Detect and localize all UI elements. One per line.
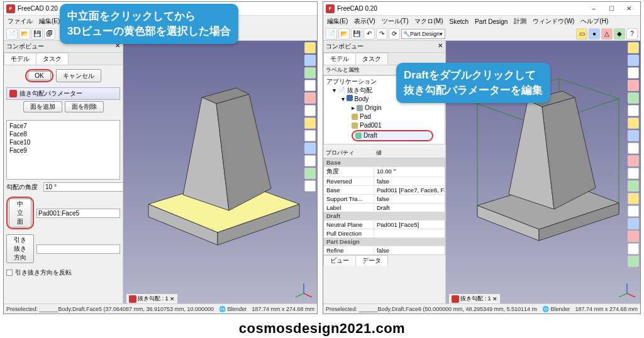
tbtn-cone-icon[interactable]: △: [601, 28, 613, 40]
prop-val[interactable]: Pad001 [Face7, Face8, Face10...: [374, 186, 445, 194]
face-item[interactable]: Face10: [9, 138, 117, 146]
face-list[interactable]: Face7 Face8 Face10 Face9: [6, 120, 120, 180]
tbtn-sphere-icon[interactable]: ●: [589, 28, 600, 40]
viewport-tab[interactable]: 抜き勾配 : 1 ✕: [126, 294, 177, 303]
vp-tbtn-icon[interactable]: [628, 42, 639, 53]
viewport-left[interactable]: [123, 41, 317, 303]
vp-tbtn-icon[interactable]: [304, 80, 316, 91]
tab-model[interactable]: モデル: [4, 53, 36, 65]
vp-tbtn-icon[interactable]: [628, 155, 639, 166]
tbtn-box-icon[interactable]: ▭: [576, 28, 587, 40]
menu-measure[interactable]: 計測: [514, 17, 526, 26]
face-item[interactable]: Face7: [9, 122, 117, 130]
menu-help[interactable]: ヘルプ(H): [580, 17, 608, 26]
face-item[interactable]: Face9: [9, 146, 117, 155]
vp-tbtn-icon[interactable]: [628, 55, 639, 66]
tbtn-new-icon[interactable]: 📄: [6, 28, 18, 40]
vp-tbtn-icon[interactable]: [304, 130, 316, 141]
vp-tbtn-icon[interactable]: [628, 105, 639, 116]
cancel-button[interactable]: キャンセル: [56, 69, 101, 82]
vp-tbtn-icon[interactable]: [304, 155, 316, 166]
tbtn-save-icon[interactable]: 💾: [351, 28, 362, 40]
vp-tbtn-icon[interactable]: [628, 117, 639, 129]
window-close-button[interactable]: ✕: [620, 3, 638, 14]
tbtn-save-icon[interactable]: 💾: [31, 28, 43, 40]
tab-model[interactable]: モデル: [323, 53, 356, 65]
tbtn-open-icon[interactable]: 📂: [338, 28, 350, 40]
face-item[interactable]: Face8: [9, 130, 117, 138]
vp-tbtn-icon[interactable]: [628, 92, 639, 104]
vp-tbtn-icon[interactable]: [628, 143, 639, 154]
vp-tbtn-icon[interactable]: [304, 180, 316, 192]
vp-tbtn-icon[interactable]: [304, 42, 316, 53]
menu-edit[interactable]: 編集(E): [39, 17, 60, 26]
tree-pad[interactable]: Pad: [326, 112, 442, 121]
add-face-button[interactable]: 面を追加: [23, 101, 62, 112]
tbtn-redo-icon[interactable]: ↷: [376, 28, 387, 40]
vp-tbtn-icon[interactable]: [304, 117, 316, 129]
menubar-right[interactable]: 編集(E) 表示(V) ツール(T) マクロ(M) Sketch Part De…: [323, 16, 640, 27]
prop-val[interactable]: Pad001 [Face5]: [374, 221, 445, 229]
pulldir-input[interactable]: [36, 244, 120, 254]
tbtn-help-icon[interactable]: ?: [626, 28, 638, 40]
vp-tbtn-icon[interactable]: [628, 193, 639, 204]
window-max-button[interactable]: ☐: [602, 3, 620, 14]
vp-tbtn-icon[interactable]: [304, 67, 316, 79]
neutral-button[interactable]: 中立面: [9, 199, 31, 227]
tab-view[interactable]: ビュー: [323, 255, 356, 266]
tree-origin[interactable]: ▸ Origin: [326, 104, 442, 112]
vp-tbtn-icon[interactable]: [304, 55, 316, 66]
menu-macro[interactable]: マクロ(M): [414, 17, 443, 26]
tab-data[interactable]: データ: [355, 255, 388, 266]
tree-draft-highlight[interactable]: Draft: [352, 130, 433, 141]
vp-tbtn-icon[interactable]: [304, 143, 316, 154]
prop-val[interactable]: false: [374, 177, 445, 185]
neutral-input[interactable]: [36, 209, 120, 218]
vp-tbtn-icon[interactable]: [304, 168, 316, 179]
vp-tbtn-icon[interactable]: [304, 92, 316, 104]
vp-tbtn-icon[interactable]: [628, 130, 639, 141]
vp-tbtn-icon[interactable]: [628, 256, 639, 267]
angle-input[interactable]: [43, 182, 123, 192]
tbtn-new-icon[interactable]: 📄: [326, 28, 337, 40]
status-navstyle[interactable]: 🌐 Blender: [542, 306, 570, 312]
window-min-button[interactable]: –: [585, 3, 602, 14]
menu-view[interactable]: 表示(V): [354, 17, 375, 26]
prop-val[interactable]: Draft: [374, 204, 445, 212]
vp-tbtn-icon[interactable]: [628, 80, 639, 91]
workbench-select[interactable]: 🔧 Part Design ▾: [401, 29, 445, 39]
property-table[interactable]: Base 角度10.00 ° Reversedfalse BasePad001 …: [323, 158, 445, 255]
vp-tbtn-icon[interactable]: [304, 105, 316, 116]
prop-val[interactable]: [374, 229, 445, 237]
vp-tbtn-icon[interactable]: [628, 231, 639, 242]
vp-tbtn-icon[interactable]: [628, 218, 639, 229]
tab-task[interactable]: タスク: [36, 53, 69, 65]
tab-close-icon[interactable]: ✕: [170, 296, 175, 302]
menu-edit[interactable]: 編集(E): [327, 17, 348, 26]
remove-face-button[interactable]: 面を削除: [65, 101, 104, 112]
dock-close-icon[interactable]: ✕: [438, 42, 443, 51]
prop-val[interactable]: false: [374, 246, 445, 254]
prop-val[interactable]: false: [374, 195, 445, 203]
pulldir-button[interactable]: 引き抜き方向: [6, 234, 34, 263]
tbtn-refresh-icon[interactable]: ⟳: [389, 28, 400, 40]
menu-partdesign[interactable]: Part Design: [475, 18, 508, 25]
tab-close-icon[interactable]: ✕: [492, 296, 497, 302]
viewport-tab[interactable]: 抜き勾配 : 1 ✕: [449, 294, 500, 303]
reverse-checkbox[interactable]: [6, 270, 13, 276]
menu-window[interactable]: ウィンドウ(W): [533, 17, 574, 26]
vp-tbtn-icon[interactable]: [628, 67, 639, 79]
vp-tbtn-icon[interactable]: [628, 180, 639, 192]
vp-tbtn-icon[interactable]: [628, 243, 639, 254]
tbtn-open-icon[interactable]: 📂: [19, 28, 30, 40]
tbtn-print-icon[interactable]: 🗐: [44, 28, 55, 40]
status-navstyle[interactable]: 🌐 Blender: [219, 306, 247, 312]
prop-val[interactable]: 10.00 °: [374, 167, 445, 177]
ok-button[interactable]: OK: [28, 71, 50, 80]
menu-sketch[interactable]: Sketch: [449, 18, 469, 25]
tab-task[interactable]: タスク: [355, 53, 388, 65]
menu-file[interactable]: ファイル: [8, 17, 33, 26]
vp-tbtn-icon[interactable]: [628, 205, 639, 217]
tree-pad001[interactable]: Pad001: [326, 121, 442, 130]
menu-tools[interactable]: ツール(T): [382, 17, 409, 26]
